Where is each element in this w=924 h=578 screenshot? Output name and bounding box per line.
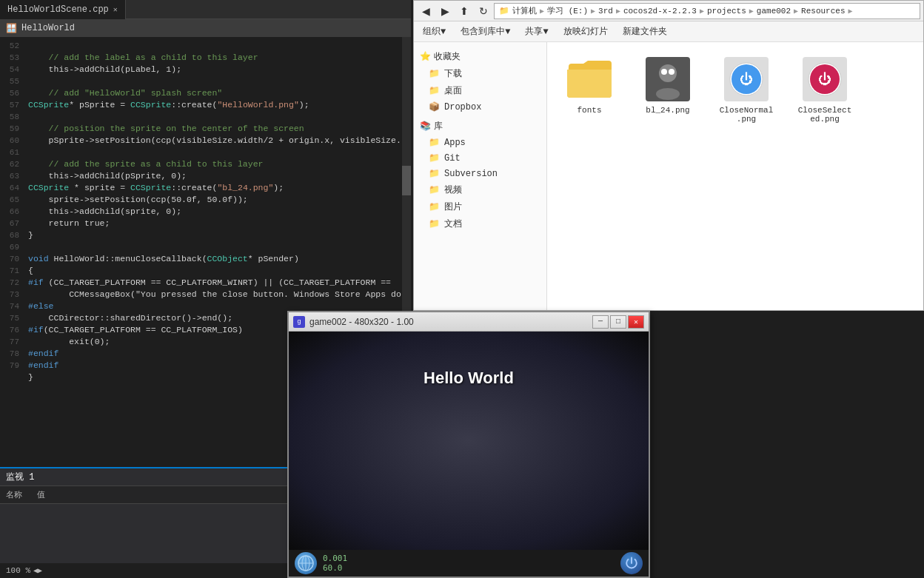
- nav-pictures[interactable]: 📁 图片: [414, 198, 546, 215]
- addr-7: Resources: [801, 7, 845, 16]
- svg-text:⏻: ⏻: [740, 72, 753, 87]
- nav-desktop[interactable]: 📁 桌面: [414, 82, 546, 99]
- svg-point-3: [661, 69, 667, 75]
- nav-download[interactable]: 📁 下载: [414, 65, 546, 82]
- watch-header: 名称 值: [0, 486, 336, 504]
- file-item-closeselected[interactable]: ⏻ CloseSelected.png: [791, 51, 858, 128]
- nav-documents[interactable]: 📁 文档: [414, 215, 546, 232]
- file-item-fonts[interactable]: fonts: [556, 51, 623, 128]
- dropbox-icon: 📦: [429, 101, 440, 112]
- addr-4: cocos2d-x-2.2.3: [623, 7, 697, 16]
- video-folder-icon: 📁: [429, 184, 440, 195]
- library-header[interactable]: 📚 库: [414, 118, 546, 135]
- addr-sep-6: ▶: [794, 7, 798, 16]
- game-window: g game002 - 480x320 - 1.00 ─ □ ✕ Hello W…: [287, 311, 650, 578]
- nav-apps[interactable]: 📁 Apps: [414, 135, 546, 150]
- game-fps-line2: 60.0: [323, 563, 347, 573]
- library-label: 库: [434, 120, 443, 132]
- file-explorer: ◀ ▶ ⬆ ↻ 📁 计算机 ▶ 学习 (E:) ▶ 3rd ▶ cocos2d-…: [413, 0, 924, 311]
- addr-sep-7: ▶: [848, 7, 853, 16]
- line-numbers: 5253545556575859606162636465666768697071…: [0, 37, 22, 467]
- svg-text:⏻: ⏻: [818, 72, 831, 87]
- tab-bar: HelloWorldScene.cpp ✕: [0, 0, 411, 19]
- fonts-label: fonts: [577, 106, 601, 115]
- back-button[interactable]: ◀: [417, 3, 435, 19]
- forward-button[interactable]: ▶: [436, 3, 454, 19]
- watch-col-val: 值: [37, 489, 45, 500]
- nav-video-label: 视频: [444, 184, 462, 196]
- closenormal-label: CloseNormal.png: [717, 106, 775, 124]
- watch-panel: 名称 值: [0, 486, 337, 565]
- refresh-button[interactable]: ↻: [475, 3, 492, 19]
- nav-desktop-label: 桌面: [444, 84, 462, 97]
- addr-6: game002: [757, 7, 791, 16]
- addr-3: 3rd: [598, 7, 613, 16]
- addr-2: 学习 (E:): [547, 5, 588, 16]
- game-stats: 0.001 60.0: [323, 554, 347, 573]
- title-bar-code: 🪟 HelloWorld: [0, 19, 411, 37]
- file-item-closenormal[interactable]: ⏻ CloseNormal.png: [713, 51, 780, 128]
- watch-col-name: 名称: [6, 489, 22, 500]
- addr-sep-1: ▶: [540, 7, 544, 16]
- git-folder-icon: 📁: [429, 152, 440, 164]
- game-title-bar: g game002 - 480x320 - 1.00 ─ □ ✕: [289, 312, 649, 332]
- file-grid: fonts bl_24.png: [547, 42, 923, 310]
- scrollbar-thumb[interactable]: [402, 166, 411, 195]
- nav-git[interactable]: 📁 Git: [414, 150, 546, 166]
- favorites-label: 收藏夹: [434, 50, 461, 63]
- addr-sep-2: ▶: [591, 7, 595, 16]
- game-fps-line1: 0.001: [323, 554, 347, 563]
- maximize-button[interactable]: □: [610, 315, 626, 329]
- close-button[interactable]: ✕: [628, 315, 644, 329]
- file-item-bl24[interactable]: bl_24.png: [635, 51, 701, 128]
- hello-world-text: Hello World: [424, 369, 514, 388]
- apps-folder-icon: 📁: [429, 137, 440, 148]
- nav-download-label: 下载: [444, 67, 462, 80]
- share-btn[interactable]: 共享▼: [522, 24, 551, 39]
- bl24-label: bl_24.png: [646, 106, 689, 115]
- closeselected-label: CloseSelected.png: [796, 106, 854, 124]
- subversion-folder-icon: 📁: [429, 168, 440, 179]
- addr-sep-4: ▶: [700, 7, 704, 16]
- address-part-1: 📁: [499, 6, 509, 16]
- game-window-icon: g: [293, 316, 305, 328]
- code-window-icon: 🪟: [6, 23, 17, 34]
- nav-git-label: Git: [444, 153, 461, 164]
- folder-icon-desktop: 📁: [429, 85, 440, 96]
- address-bar[interactable]: 📁 计算机 ▶ 学习 (E:) ▶ 3rd ▶ cocos2d-x-2.2.3 …: [494, 3, 920, 19]
- slideshow-btn[interactable]: 放映幻灯片: [560, 24, 611, 39]
- zoom-arrows[interactable]: ◀▶: [33, 566, 42, 575]
- bl24-icon: [644, 56, 692, 103]
- nav-documents-label: 文档: [444, 218, 462, 230]
- addr-5: projects: [707, 7, 746, 16]
- svg-point-4: [669, 69, 674, 75]
- game-content: Hello World: [289, 332, 649, 550]
- nav-subversion[interactable]: 📁 Subversion: [414, 166, 546, 181]
- power-button[interactable]: [620, 552, 643, 574]
- nav-pictures-label: 图片: [444, 201, 462, 213]
- explorer-actions: 组织▼ 包含到库中▼ 共享▼ 放映幻灯片 新建文件夹: [414, 21, 923, 42]
- closeselected-icon: ⏻: [801, 56, 848, 103]
- globe-icon: [295, 552, 317, 574]
- bottom-tab-label: 监视 1: [6, 471, 34, 483]
- game-window-controls: ─ □ ✕: [592, 315, 644, 329]
- organize-btn[interactable]: 组织▼: [420, 24, 449, 39]
- addr-1: 计算机: [512, 5, 537, 16]
- tab-close-icon[interactable]: ✕: [113, 5, 118, 14]
- addr-sep-3: ▶: [616, 7, 620, 16]
- favorites-header[interactable]: ⭐ 收藏夹: [414, 48, 546, 65]
- line-num: 5253545556575859606162636465666768697071…: [3, 40, 19, 372]
- nav-tree: ⭐ 收藏夹 📁 下载 📁 桌面 📦 Dropbox 📚: [414, 42, 547, 310]
- nav-subversion-label: Subversion: [444, 169, 498, 179]
- library-icon: 📚: [420, 121, 431, 132]
- new-folder-btn[interactable]: 新建文件夹: [620, 24, 670, 39]
- explorer-body: ⭐ 收藏夹 📁 下载 📁 桌面 📦 Dropbox 📚: [414, 42, 923, 310]
- nav-dropbox[interactable]: 📦 Dropbox: [414, 99, 546, 115]
- include-library-btn[interactable]: 包含到库中▼: [458, 24, 513, 39]
- library-section: 📚 库 📁 Apps 📁 Git 📁 Subversion 📁 视: [414, 118, 546, 232]
- up-button[interactable]: ⬆: [455, 3, 473, 19]
- minimize-button[interactable]: ─: [592, 315, 609, 329]
- documents-folder-icon: 📁: [429, 218, 440, 229]
- nav-video[interactable]: 📁 视频: [414, 181, 546, 198]
- tab-helloworldscene[interactable]: HelloWorldScene.cpp ✕: [0, 0, 126, 19]
